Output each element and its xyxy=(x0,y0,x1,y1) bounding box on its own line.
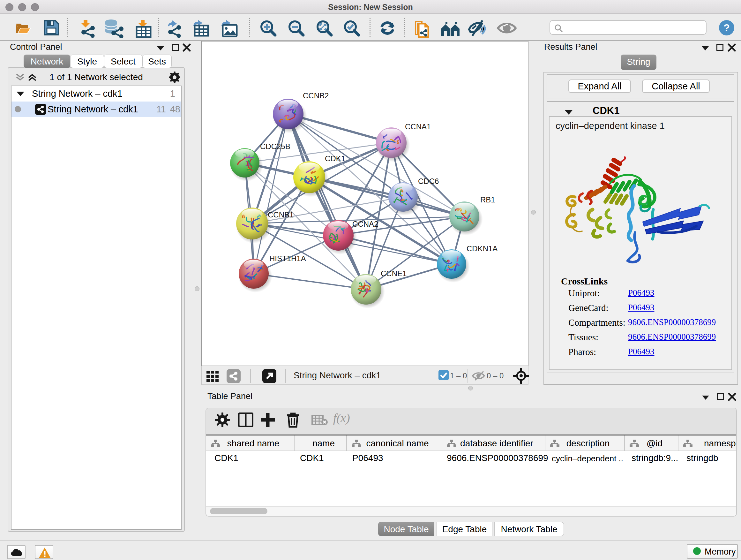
svg-text:CDC25B: CDC25B xyxy=(260,142,290,151)
svg-text:RB1: RB1 xyxy=(480,195,495,204)
svg-text:?: ? xyxy=(724,22,730,34)
svg-text:CCNE1: CCNE1 xyxy=(381,269,407,278)
svg-text:CCNA2: CCNA2 xyxy=(352,220,378,228)
svg-text:CDKN1A: CDKN1A xyxy=(467,244,497,253)
svg-text:CCNB2: CCNB2 xyxy=(303,91,329,100)
svg-text:HIST1H1A: HIST1H1A xyxy=(269,254,306,263)
svg-text:CCNB1: CCNB1 xyxy=(268,210,293,219)
svg-text:CDK1: CDK1 xyxy=(325,154,345,163)
svg-text:CCNA1: CCNA1 xyxy=(405,122,431,131)
svg-text:CDC6: CDC6 xyxy=(418,177,439,186)
